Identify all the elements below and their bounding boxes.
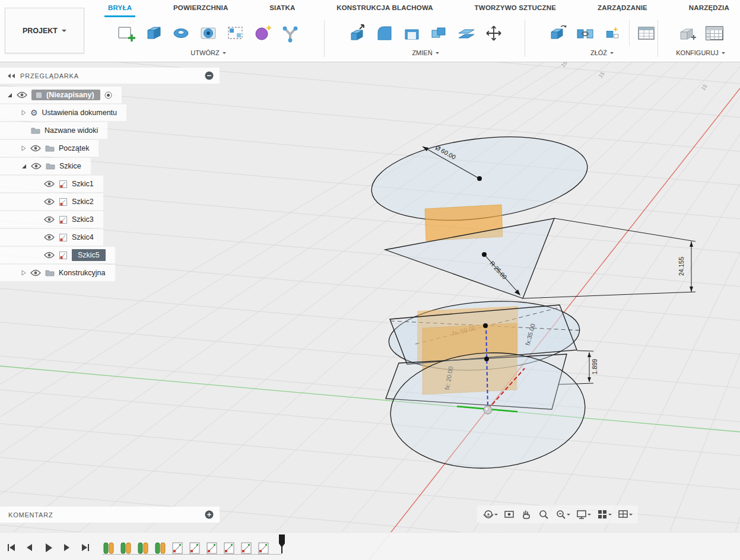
tab-zarzadzanie[interactable]: ZARZĄDZANIE xyxy=(594,0,651,17)
browser-row-document-settings[interactable]: ⚙ Ustawienia dokumentu xyxy=(0,104,126,121)
configure-table-icon xyxy=(704,23,725,44)
timeline-playhead[interactable] xyxy=(277,534,287,556)
center-point-lower[interactable] xyxy=(484,357,489,361)
divider xyxy=(525,20,525,57)
play-button[interactable] xyxy=(40,540,56,555)
browser-row-szkic1[interactable]: Szkic1 xyxy=(0,176,103,192)
assemble-dropdown[interactable]: ZŁÓŻ xyxy=(590,49,614,56)
tab-siatka[interactable]: SIATKA xyxy=(266,0,298,17)
as-built-joint-button[interactable] xyxy=(599,19,626,47)
visibility-eye-icon[interactable] xyxy=(17,91,27,98)
configuration-table-button[interactable] xyxy=(701,19,728,47)
tab-narzedzia[interactable]: NARZĘDZIA xyxy=(685,0,733,17)
pattern-button[interactable] xyxy=(222,19,249,47)
visibility-eye-icon[interactable] xyxy=(44,252,55,259)
offset-face-button[interactable] xyxy=(453,19,480,47)
browser-row-szkic2[interactable]: Szkic2 xyxy=(0,193,103,210)
visibility-eye-icon[interactable] xyxy=(44,180,55,187)
orbit-icon xyxy=(482,508,494,520)
center-point-top[interactable] xyxy=(477,176,482,181)
tab-konstrukcja-blachowa[interactable]: KONSTRUKCJA BLACHOWA xyxy=(333,0,437,17)
center-point-mid[interactable] xyxy=(483,323,488,328)
browser-row-named-views[interactable]: Nazwane widoki xyxy=(0,122,107,139)
project-menu-button[interactable]: PROJEKT xyxy=(5,8,84,53)
pan-button[interactable] xyxy=(519,507,534,521)
skip-to-start-button[interactable] xyxy=(4,540,19,555)
collapse-browser-icon[interactable] xyxy=(205,71,214,80)
press-pull-button[interactable] xyxy=(344,19,371,47)
collapse-panel-icon[interactable] xyxy=(7,73,15,79)
display-settings-button[interactable] xyxy=(574,507,593,521)
visibility-eye-icon[interactable] xyxy=(44,234,55,241)
timeline-feature-extrude[interactable] xyxy=(154,540,167,556)
timeline-feature-sketch[interactable] xyxy=(188,540,201,556)
display-settings-icon xyxy=(576,508,587,520)
tab-powierzchnia[interactable]: POWIERZCHNIA xyxy=(170,0,231,17)
browser-row-sketches[interactable]: Szkice xyxy=(0,158,91,174)
caret-down-icon xyxy=(610,52,614,56)
timeline-feature-sketch[interactable] xyxy=(223,540,236,556)
browser-row-szkic3[interactable]: Szkic3 xyxy=(0,211,103,228)
move-button[interactable] xyxy=(480,19,507,47)
create-dropdown[interactable]: UTWÓRZ xyxy=(190,49,226,56)
dim-label-height[interactable]: 24.155 xyxy=(678,257,685,276)
browser-row-szkic5-selected[interactable]: Szkic5 xyxy=(0,247,115,263)
grid-settings-button[interactable] xyxy=(595,507,614,521)
pipe-button[interactable] xyxy=(277,19,304,47)
browser-row-origin[interactable]: Początek xyxy=(0,140,99,157)
step-forward-button[interactable] xyxy=(59,540,74,555)
disclosure-collapsed-icon[interactable] xyxy=(21,110,26,116)
origin-point[interactable] xyxy=(484,406,492,414)
shell-button[interactable] xyxy=(398,19,425,47)
document-chip[interactable]: (Niezapisany) xyxy=(31,90,100,100)
disclosure-collapsed-icon[interactable] xyxy=(21,145,26,151)
orbit-button[interactable] xyxy=(481,507,500,521)
revolve-button[interactable] xyxy=(167,19,195,47)
row-label: Szkic4 xyxy=(72,233,94,241)
zoom-window-button[interactable] xyxy=(553,507,572,521)
timeline-feature-extrude[interactable] xyxy=(102,540,115,556)
zoom-button[interactable] xyxy=(536,507,551,521)
step-back-button[interactable] xyxy=(22,540,37,555)
dim-label-gap[interactable]: 1.899 xyxy=(591,359,598,374)
disclosure-expanded-icon[interactable] xyxy=(21,164,27,169)
view-navigation-bar xyxy=(477,505,638,523)
browser-row-szkic4[interactable]: Szkic4 xyxy=(0,229,103,246)
configuration-button[interactable] xyxy=(674,19,701,47)
visibility-eye-icon[interactable] xyxy=(31,163,42,170)
visibility-eye-icon[interactable] xyxy=(30,145,41,152)
modify-dropdown[interactable]: ZMIEŃ xyxy=(412,49,439,56)
browser-row-document[interactable]: (Niezapisany) xyxy=(0,87,122,103)
timeline-feature-extrude[interactable] xyxy=(119,540,132,556)
fillet-button[interactable] xyxy=(371,19,398,47)
add-comment-icon[interactable] xyxy=(205,510,214,519)
tab-tworzywo-sztuczne[interactable]: TWORZYWO SZTUCZNE xyxy=(471,0,560,17)
timeline-feature-extrude[interactable] xyxy=(136,540,150,556)
configure-dropdown[interactable]: KONFIGURUJ xyxy=(676,49,725,56)
create-sketch-button[interactable] xyxy=(113,19,140,47)
timeline-feature-sketch[interactable] xyxy=(205,540,218,556)
arrowhead xyxy=(587,352,591,357)
disclosure-collapsed-icon[interactable] xyxy=(21,270,26,276)
visibility-eye-icon[interactable] xyxy=(44,198,55,205)
timeline-feature-sketch[interactable] xyxy=(240,540,253,556)
sketch-feature-icon xyxy=(188,540,201,556)
hole-button[interactable] xyxy=(195,19,222,47)
combine-button[interactable] xyxy=(425,19,453,47)
skip-to-end-button[interactable] xyxy=(77,540,93,555)
look-at-button[interactable] xyxy=(501,507,517,521)
tab-bryla[interactable]: BRYŁA xyxy=(104,0,135,17)
browser-row-construction[interactable]: Konstrukcyjna xyxy=(0,265,115,281)
new-component-button[interactable] xyxy=(544,19,571,47)
viewports-button[interactable] xyxy=(615,507,634,521)
extrude-button[interactable] xyxy=(140,19,167,47)
parameters-button[interactable] xyxy=(633,19,660,47)
disclosure-expanded-icon[interactable] xyxy=(7,93,12,98)
activate-radio-icon[interactable] xyxy=(104,91,112,99)
revolve-icon xyxy=(170,23,192,44)
create-form-button[interactable] xyxy=(249,19,277,47)
joint-button[interactable] xyxy=(571,19,599,47)
timeline-feature-sketch[interactable] xyxy=(171,540,184,556)
timeline-feature-sketch[interactable] xyxy=(257,540,270,556)
visibility-eye-icon[interactable] xyxy=(44,216,55,223)
